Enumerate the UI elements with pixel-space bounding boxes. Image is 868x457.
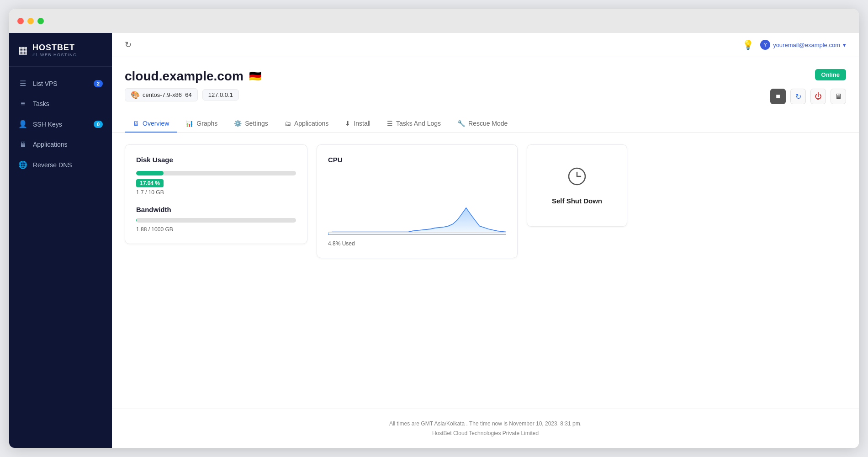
applications-tab-icon: 🗂 <box>285 120 291 127</box>
logo-icon: ▦ <box>18 44 28 56</box>
ssh-keys-icon: 👤 <box>18 120 27 128</box>
logo-main-text: HOSTBET <box>32 43 77 53</box>
bandwidth-title: Bandwidth <box>136 206 296 213</box>
disk-usage-value: 1.7 / 10 GB <box>136 189 296 196</box>
refresh-icon[interactable]: ↻ <box>125 40 132 50</box>
disk-usage-title: Disk Usage <box>136 156 296 164</box>
sidebar-item-label: SSH Keys <box>33 121 62 128</box>
chevron-down-icon: ▾ <box>843 42 846 48</box>
bandwidth-progress-fill <box>136 218 137 223</box>
tab-settings[interactable]: ⚙️ Settings <box>226 115 276 133</box>
server-flag: 🇩🇪 <box>249 70 261 82</box>
overview-tab-icon: 🖥 <box>133 120 139 127</box>
tab-overview[interactable]: 🖥 Overview <box>125 115 177 133</box>
sidebar-item-applications[interactable]: 🖥 Applications <box>9 134 112 154</box>
tab-graphs-label: Graphs <box>196 120 217 127</box>
tab-rescue-mode[interactable]: 🔧 Rescue Mode <box>449 115 516 133</box>
traffic-light-yellow[interactable] <box>27 18 34 24</box>
bandwidth-usage-value: 1.88 / 1000 GB <box>136 226 296 233</box>
graphs-tab-icon: 📊 <box>185 120 193 127</box>
sidebar-item-label: Applications <box>33 141 68 148</box>
main-content: ↻ 💡 Y youremail@example.com ▾ <box>112 33 859 448</box>
tasks-logs-tab-icon: ☰ <box>387 120 393 127</box>
tabs-bar: 🖥 Overview 📊 Graphs ⚙️ Settings 🗂 Applic… <box>112 107 859 133</box>
tab-graphs[interactable]: 📊 Graphs <box>177 115 226 133</box>
user-email-text: youremail@example.com <box>773 42 840 48</box>
traffic-light-green[interactable] <box>37 18 44 24</box>
tab-tasks-logs[interactable]: ☰ Tasks And Logs <box>379 115 449 133</box>
bulb-icon: 💡 <box>742 39 754 50</box>
sidebar-item-list-vps[interactable]: ☰ List VPS 2 <box>9 73 112 94</box>
tab-applications-label: Applications <box>294 120 329 127</box>
sidebar-item-tasks[interactable]: ≡ Tasks <box>9 94 112 114</box>
cpu-chart <box>328 171 506 235</box>
rescue-tab-icon: 🔧 <box>457 120 465 127</box>
sidebar: ▦ HOSTBET #1 WEB HOSTING ☰ List VPS 2 ≡ … <box>9 33 112 448</box>
user-avatar: Y <box>760 40 770 50</box>
reverse-dns-icon: 🌐 <box>18 160 27 169</box>
footer-timezone-note: All times are GMT Asia/Kolkata . The tim… <box>125 419 846 428</box>
tab-applications[interactable]: 🗂 Applications <box>276 115 337 133</box>
settings-tab-icon: ⚙️ <box>234 120 242 127</box>
reboot-button[interactable]: ↻ <box>790 89 806 104</box>
tab-install-label: Install <box>354 120 370 127</box>
server-hostname: cloud.example.com <box>125 69 243 84</box>
tab-settings-label: Settings <box>245 120 268 127</box>
sidebar-item-label: Reverse DNS <box>33 161 72 169</box>
topbar: ↻ 💡 Y youremail@example.com ▾ <box>112 33 859 57</box>
shutdown-card[interactable]: Self Shut Down <box>527 144 627 227</box>
cpu-title: CPU <box>328 156 506 164</box>
cpu-card: CPU 4.8% Used <box>317 144 518 258</box>
browser-titlebar <box>9 9 859 33</box>
dashboard-grid: Disk Usage 17.04 % 1.7 / 10 GB Bandwidth… <box>112 133 859 270</box>
tasks-icon: ≡ <box>18 100 27 108</box>
os-icon: 🎨 <box>131 90 140 99</box>
footer: All times are GMT Asia/Kolkata . The tim… <box>112 409 859 448</box>
server-os-text: centos-7.9-x86_64 <box>143 91 192 98</box>
sidebar-item-label: Tasks <box>33 100 49 107</box>
bandwidth-section: Bandwidth 1.88 / 1000 GB <box>136 206 296 233</box>
sidebar-item-reverse-dns[interactable]: 🌐 Reverse DNS <box>9 154 112 175</box>
disk-progress-track <box>136 171 296 175</box>
user-email-dropdown[interactable]: Y youremail@example.com ▾ <box>760 40 846 50</box>
shutdown-label: Self Shut Down <box>552 197 602 205</box>
server-ip-badge: 127.0.0.1 <box>202 89 239 101</box>
console-button[interactable]: 🖥 <box>831 89 846 104</box>
applications-icon: 🖥 <box>18 140 27 149</box>
sidebar-logo: ▦ HOSTBET #1 WEB HOSTING <box>9 33 112 67</box>
tab-tasks-logs-label: Tasks And Logs <box>396 120 441 127</box>
server-status-badge: Online <box>815 69 846 80</box>
power-button[interactable]: ⏻ <box>810 89 826 104</box>
tab-install[interactable]: ⬇ Install <box>337 115 379 133</box>
sidebar-item-ssh-keys[interactable]: 👤 SSH Keys 0 <box>9 114 112 134</box>
disk-bandwidth-card: Disk Usage 17.04 % 1.7 / 10 GB Bandwidth… <box>125 144 307 244</box>
sidebar-badge-vps: 2 <box>94 80 103 87</box>
server-os-badge: 🎨 centos-7.9-x86_64 <box>125 88 198 101</box>
list-vps-icon: ☰ <box>18 79 27 88</box>
sidebar-nav: ☰ List VPS 2 ≡ Tasks 👤 SSH Keys 0 🖥 Appl… <box>9 67 112 448</box>
footer-company: HostBet Cloud Technologies Private Limit… <box>125 429 846 438</box>
install-tab-icon: ⬇ <box>345 120 350 127</box>
svg-marker-0 <box>328 208 506 235</box>
disk-progress-fill <box>136 171 164 175</box>
logo-sub-text: #1 WEB HOSTING <box>32 53 77 57</box>
server-header: cloud.example.com 🇩🇪 🎨 centos-7.9-x86_64… <box>112 57 859 104</box>
traffic-light-red[interactable] <box>17 18 24 24</box>
sidebar-item-label: List VPS <box>33 80 58 87</box>
stop-button[interactable]: ■ <box>770 89 786 104</box>
cpu-used-label: 4.8% Used <box>328 240 506 247</box>
disk-percent-label: 17.04 % <box>136 179 164 187</box>
sidebar-badge-ssh: 0 <box>94 121 103 128</box>
shutdown-clock-icon <box>567 166 587 191</box>
tab-rescue-label: Rescue Mode <box>468 120 508 127</box>
server-ip-text: 127.0.0.1 <box>208 91 233 98</box>
bandwidth-progress-track <box>136 218 296 223</box>
tab-overview-label: Overview <box>143 120 169 127</box>
